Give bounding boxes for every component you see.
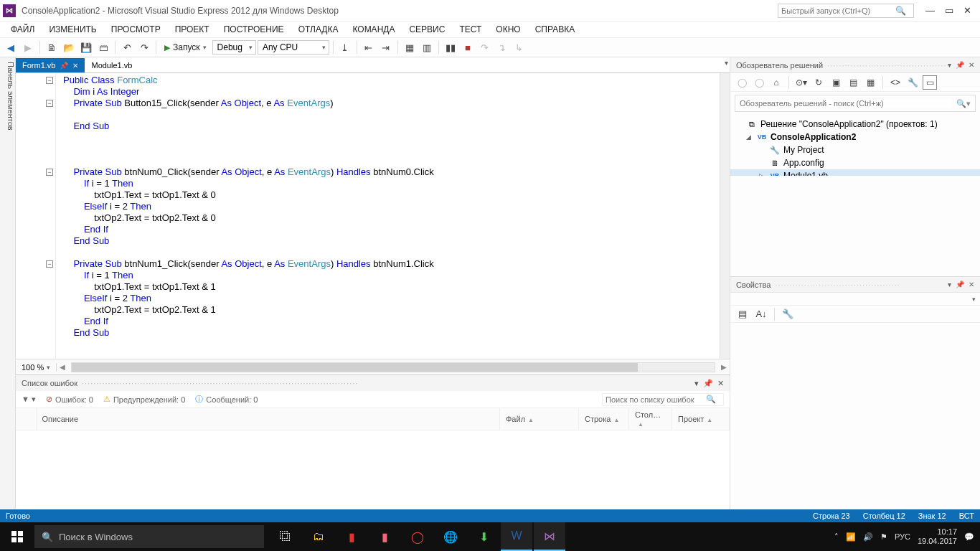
panel-pin-icon[interactable]: 📌 <box>956 281 964 288</box>
properties-button[interactable]: ▦ <box>863 75 877 90</box>
fold-toggle[interactable]: − <box>46 260 53 268</box>
tab-Module1-vb[interactable]: Module1.vb <box>85 58 138 72</box>
platform-combo[interactable]: Any CPU <box>258 40 329 55</box>
tray-language[interactable]: РУС <box>895 532 910 541</box>
task-explorer[interactable]: 🗂 <box>303 522 334 551</box>
fold-toggle[interactable]: − <box>46 77 53 84</box>
scrollbar-thumb[interactable] <box>72 363 637 372</box>
menu-изменить[interactable]: ИЗМЕНИТЬ <box>42 23 103 36</box>
menu-тест[interactable]: ТЕСТ <box>453 23 488 36</box>
solution-tree[interactable]: ⧉ Решение "ConsoleApplication2" (проекто… <box>730 115 980 176</box>
collapse-all-button[interactable]: ▣ <box>829 75 843 90</box>
undo-button[interactable]: ↶ <box>119 39 135 55</box>
run-button[interactable]: ▶ Запуск ▾ <box>160 42 211 52</box>
show-all-button[interactable]: ▤ <box>846 75 860 90</box>
menu-отладка[interactable]: ОТЛАДКА <box>292 23 345 36</box>
messages-filter[interactable]: ⓘСообщений: 0 <box>195 394 258 405</box>
close-button[interactable]: ✕ <box>963 5 971 16</box>
toolbar-icon[interactable]: ⤓ <box>337 39 353 55</box>
tab-Form1-vb[interactable]: Form1.vb📌✕ <box>16 58 85 72</box>
errors-filter[interactable]: ⊘Ошибок: 0 <box>46 395 93 404</box>
refresh-button[interactable]: ↻ <box>811 75 826 90</box>
categorized-button[interactable]: ▤ <box>735 306 750 322</box>
tray-chevron-icon[interactable]: ˄ <box>834 532 839 542</box>
save-button[interactable]: 💾 <box>78 39 94 55</box>
wrench-icon[interactable]: 🔧 <box>905 75 920 90</box>
step-into-button[interactable]: ↴ <box>494 39 510 55</box>
new-project-button[interactable]: 🗎 <box>44 39 60 55</box>
back-button[interactable]: ◯ <box>735 75 749 90</box>
preview-button[interactable]: ▭ <box>923 75 937 90</box>
error-search[interactable]: 🔍 <box>602 393 724 406</box>
step-out-button[interactable]: ↳ <box>512 39 527 55</box>
step-over-button[interactable]: ↷ <box>477 39 493 55</box>
warnings-filter[interactable]: ⚠Предупреждений: 0 <box>103 395 185 404</box>
close-icon[interactable]: ✕ <box>72 62 78 70</box>
task-app[interactable]: ▮ <box>336 522 367 551</box>
tray-volume-icon[interactable]: 🔊 <box>863 532 873 542</box>
scope-button[interactable]: ⊙▾ <box>794 75 809 90</box>
tree-item-my-project[interactable]: 🔧 My Project <box>730 143 980 156</box>
indent-out-button[interactable]: ⇤ <box>361 39 377 55</box>
uncomment-button[interactable]: ▥ <box>419 39 435 55</box>
fold-toggle[interactable]: − <box>46 169 53 176</box>
solution-explorer-search[interactable]: 🔍▾ <box>735 95 976 112</box>
task-chrome[interactable]: 🌐 <box>435 522 466 551</box>
panel-options-icon[interactable]: ▾ <box>948 61 951 69</box>
tabs-overflow-icon[interactable]: ▾ <box>725 59 728 67</box>
tray-flag-icon[interactable]: ⚑ <box>880 532 887 542</box>
menu-справка[interactable]: СПРАВКА <box>529 23 582 36</box>
project-node[interactable]: ◢ VB ConsoleApplication2 <box>730 131 980 143</box>
alphabetical-button[interactable]: A↓ <box>753 306 769 322</box>
search-icon[interactable]: 🔍 <box>893 6 908 16</box>
solution-node[interactable]: ⧉ Решение "ConsoleApplication2" (проекто… <box>730 118 980 131</box>
task-word[interactable]: W <box>501 522 532 551</box>
menu-сервис[interactable]: СЕРВИС <box>402 23 451 36</box>
scroll-left-button[interactable]: ◀ <box>57 363 68 371</box>
error-col[interactable]: Файл▲ <box>500 408 579 430</box>
config-combo[interactable]: Debug <box>212 40 256 55</box>
quick-launch-input[interactable] <box>778 6 893 15</box>
quick-launch[interactable]: 🔍 <box>778 4 914 18</box>
break-button[interactable]: ▮▮ <box>443 39 458 55</box>
minimize-button[interactable]: — <box>925 5 935 16</box>
panel-close-icon[interactable]: ✕ <box>969 281 974 288</box>
menu-файл[interactable]: ФАЙЛ <box>4 23 41 36</box>
chevron-down-icon[interactable]: ▾ <box>972 296 976 303</box>
redo-button[interactable]: ↷ <box>136 39 152 55</box>
panel-options-icon[interactable]: ▾ <box>694 379 699 388</box>
task-app[interactable]: ▮ <box>369 522 400 551</box>
comment-button[interactable]: ▦ <box>402 39 418 55</box>
fold-toggle[interactable]: − <box>46 100 53 107</box>
indent-in-button[interactable]: ⇥ <box>378 39 394 55</box>
error-col[interactable]: Строка▲ <box>579 408 629 430</box>
pin-icon[interactable]: 📌 <box>60 62 68 70</box>
task-opera[interactable]: ◯ <box>402 522 433 551</box>
view-code-button[interactable]: <> <box>888 75 903 90</box>
editor-code[interactable]: Public Class FormCalc Dim i As Integer P… <box>56 73 720 359</box>
task-view-button[interactable]: ⿻ <box>270 522 301 551</box>
error-col[interactable]: Проект▲ <box>672 408 730 430</box>
code-editor[interactable]: −−−− Public Class FormCalc Dim i As Inte… <box>16 73 730 359</box>
task-visual-studio[interactable]: ⋈ <box>534 522 565 551</box>
save-all-button[interactable]: 🗃 <box>95 39 111 55</box>
panel-pin-icon[interactable]: 📌 <box>703 379 713 388</box>
menu-построение[interactable]: ПОСТРОЕНИЕ <box>217 23 291 36</box>
panel-pin-icon[interactable]: 📌 <box>956 61 964 69</box>
nav-forward-button[interactable]: ▶ <box>20 39 36 55</box>
open-button[interactable]: 📂 <box>61 39 77 55</box>
error-col[interactable] <box>16 408 36 430</box>
left-panel-toolbox[interactable]: Панель элементов <box>0 57 16 509</box>
taskbar-search[interactable]: 🔍 Поиск в Windows <box>34 525 264 548</box>
editor-gutter[interactable]: −−−− <box>16 73 56 359</box>
home-button[interactable]: ⌂ <box>769 75 783 90</box>
filter-button[interactable]: ▼ ▾ <box>22 395 36 404</box>
panel-options-icon[interactable]: ▾ <box>948 281 951 288</box>
maximize-button[interactable]: ▭ <box>945 5 953 16</box>
menu-окно[interactable]: ОКНО <box>489 23 527 36</box>
task-utorrent[interactable]: ⬇ <box>468 522 499 551</box>
error-col[interactable]: Стол…▲ <box>629 408 672 430</box>
solution-explorer-search-input[interactable] <box>735 99 952 108</box>
scroll-right-button[interactable]: ▶ <box>718 363 730 371</box>
start-button[interactable] <box>0 522 34 551</box>
